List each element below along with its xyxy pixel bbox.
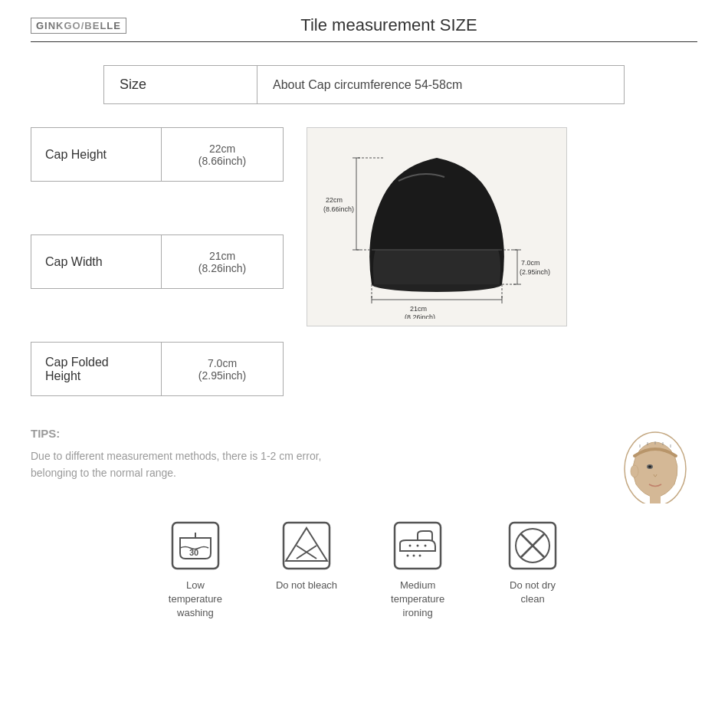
svg-point-32	[648, 466, 651, 468]
svg-point-46	[425, 545, 427, 547]
svg-point-45	[417, 545, 419, 547]
measurements-section: Cap Height 22cm(8.66inch) Cap Width 21cm…	[31, 127, 697, 396]
head-illustration	[598, 427, 697, 503]
tips-section: TIPS: Due to different measurement metho…	[31, 427, 697, 503]
care-no-bleach: Do not bleach	[276, 519, 337, 592]
page-title: Tile measurement SIZE	[142, 15, 636, 35]
svg-text:(8.66inch): (8.66inch)	[323, 205, 354, 213]
tips-text: TIPS: Due to different measurement metho…	[31, 427, 567, 482]
spacer	[31, 182, 284, 235]
svg-point-42	[413, 555, 415, 557]
svg-text:21cm: 21cm	[410, 305, 427, 313]
care-section: 30 Low temperaturewashing Do not bleach	[31, 519, 697, 621]
meas-label-0: Cap Height	[31, 128, 162, 182]
table-row: Cap Folded Height 7.0cm(2.95inch)	[31, 343, 284, 396]
svg-point-41	[407, 555, 409, 557]
wash-icon: 30	[169, 519, 222, 572]
svg-marker-37	[286, 528, 327, 561]
svg-rect-24	[650, 494, 661, 503]
meas-value-2: 7.0cm(2.95inch)	[162, 343, 284, 396]
svg-text:7.0cm: 7.0cm	[521, 259, 540, 267]
page: GINKGO/BELLE Tile measurement SIZE Size …	[0, 0, 728, 728]
care-wash-label: Low temperaturewashing	[161, 579, 230, 621]
care-wash: 30 Low temperaturewashing	[161, 519, 230, 621]
meas-label-2: Cap Folded Height	[31, 343, 162, 396]
hat-image-box: 22cm (8.66inch) 7.0cm (2.95inch) 21cm (8…	[307, 127, 567, 326]
svg-text:30: 30	[189, 548, 198, 557]
size-label: Size	[104, 66, 257, 104]
svg-point-44	[409, 545, 412, 547]
svg-text:22cm: 22cm	[326, 196, 343, 204]
size-table: Size About Cap circumference 54-58cm	[103, 65, 625, 104]
care-no-dry: Do not dry clean	[498, 519, 567, 606]
tips-label: TIPS:	[31, 427, 567, 440]
svg-point-43	[419, 555, 421, 557]
meas-label-1: Cap Width	[31, 235, 162, 289]
hat-diagram: 22cm (8.66inch) 7.0cm (2.95inch) 21cm (8…	[322, 135, 552, 319]
table-row: Cap Height 22cm(8.66inch)	[31, 128, 284, 182]
svg-text:(8.26inch): (8.26inch)	[405, 313, 435, 319]
tips-body: Due to different measurement methods, th…	[31, 448, 567, 482]
iron-icon	[391, 519, 444, 572]
svg-text:(2.95inch): (2.95inch)	[520, 268, 550, 276]
svg-point-25	[631, 465, 638, 477]
care-no-dry-label: Do not dry clean	[498, 579, 567, 606]
measurements-table: Cap Height 22cm(8.66inch) Cap Width 21cm…	[31, 127, 284, 396]
size-value: About Cap circumference 54-58cm	[257, 66, 625, 104]
care-iron-label: Medium temperatureironing	[383, 579, 452, 621]
logo: GINKGO/BELLE	[31, 18, 126, 34]
care-no-bleach-label: Do not bleach	[276, 579, 337, 592]
meas-value-0: 22cm(8.66inch)	[162, 128, 284, 182]
table-row: Cap Width 21cm(8.26inch)	[31, 235, 284, 289]
no-dry-icon	[506, 519, 559, 572]
header: GINKGO/BELLE Tile measurement SIZE	[31, 15, 697, 42]
spacer	[31, 289, 284, 343]
no-bleach-icon	[280, 519, 333, 572]
care-iron: Medium temperatureironing	[383, 519, 452, 621]
meas-value-1: 21cm(8.26inch)	[162, 235, 284, 289]
